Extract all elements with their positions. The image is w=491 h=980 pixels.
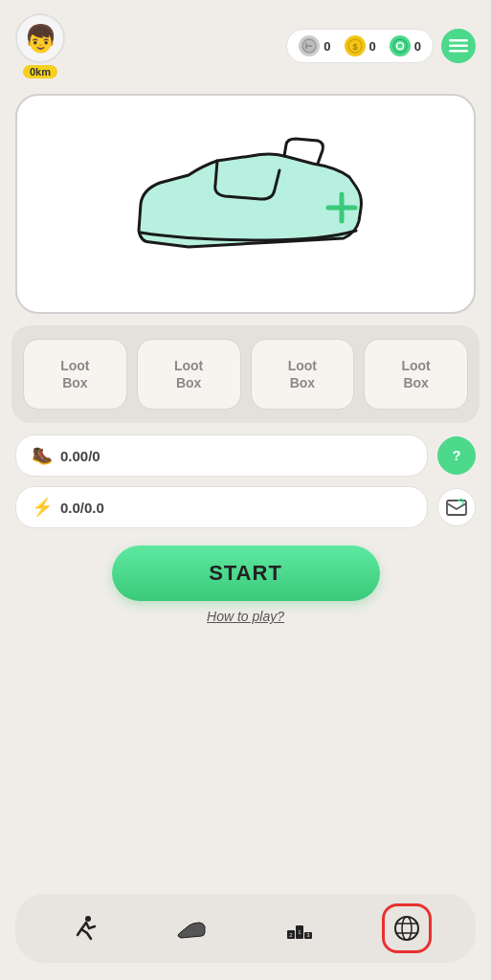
start-section: START How to play?: [15, 546, 476, 624]
stat-row-energy: ⚡ 0.0/0.0: [15, 486, 476, 528]
nav-item-run[interactable]: [59, 903, 109, 953]
currency-item-grey: 0: [299, 35, 330, 56]
svg-text:?: ?: [452, 447, 460, 463]
green-coin-value: 0: [414, 39, 421, 54]
svg-point-22: [402, 917, 412, 940]
top-bar: 👦 0km 0 $: [0, 0, 491, 86]
how-to-play-link[interactable]: How to play?: [207, 609, 284, 624]
gold-coin-icon: $: [345, 35, 366, 56]
svg-point-14: [85, 916, 91, 922]
loot-box-3[interactable]: LootBox: [251, 339, 355, 410]
distance-stat-bar: 🥾 0.00/0: [15, 434, 428, 477]
currency-bar: 0 $ 0 0: [286, 29, 434, 63]
svg-rect-8: [449, 45, 468, 48]
avatar-container[interactable]: 👦 0km: [15, 13, 65, 78]
nav-item-trophy[interactable]: 2 1 3: [275, 903, 324, 953]
distance-badge: 0km: [23, 65, 57, 78]
loot-box-2[interactable]: LootBox: [137, 339, 241, 410]
mail-button[interactable]: [437, 488, 476, 526]
loot-boxes-row: LootBox LootBox LootBox LootBox: [11, 325, 480, 423]
grey-coin-icon: [299, 35, 320, 56]
currency-item-green: 0: [390, 35, 421, 56]
nav-item-globe[interactable]: [382, 903, 432, 953]
energy-stat-value: 0.0/0.0: [60, 500, 104, 516]
gold-coin-value: 0: [369, 39, 376, 54]
shoe-stat-icon: 🥾: [32, 445, 53, 466]
svg-point-21: [395, 917, 418, 940]
bottom-nav: 2 1 3: [15, 894, 476, 963]
sneaker-card[interactable]: [15, 94, 476, 314]
distance-stat-value: 0.00/0: [60, 448, 100, 464]
svg-rect-9: [449, 50, 468, 53]
loot-box-1[interactable]: LootBox: [23, 339, 127, 410]
green-coin-icon: [390, 35, 411, 56]
sneaker-illustration: [112, 118, 380, 290]
avatar: 👦: [15, 13, 65, 63]
grey-coin-value: 0: [324, 39, 330, 54]
svg-text:$: $: [352, 42, 357, 52]
svg-rect-7: [449, 39, 468, 42]
loot-box-4[interactable]: LootBox: [364, 339, 468, 410]
question-button[interactable]: ?: [437, 436, 476, 475]
stats-section: 🥾 0.00/0 ? ⚡ 0.0/0.0: [15, 434, 476, 528]
bolt-stat-icon: ⚡: [32, 497, 53, 518]
sol-menu-button[interactable]: [441, 29, 476, 63]
stat-row-distance: 🥾 0.00/0 ?: [15, 434, 476, 477]
energy-stat-bar: ⚡ 0.0/0.0: [15, 486, 428, 528]
start-button[interactable]: START: [112, 546, 380, 601]
nav-item-sneaker[interactable]: [167, 903, 216, 953]
svg-point-5: [393, 39, 407, 53]
currency-item-gold: $ 0: [345, 35, 376, 56]
